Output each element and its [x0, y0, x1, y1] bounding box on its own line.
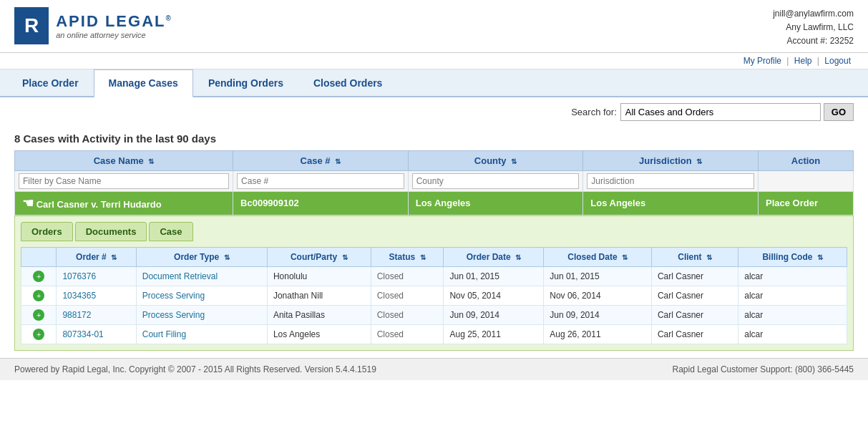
order-number-link[interactable]: 1034365 [62, 291, 96, 301]
sort-arrow-closed-date[interactable]: ⇅ [622, 253, 628, 261]
orders-col-closed-date[interactable]: Closed Date ⇅ [544, 247, 652, 266]
filter-case-name[interactable] [19, 173, 229, 189]
expand-icon[interactable]: + [33, 309, 44, 321]
etab-orders[interactable]: Orders [21, 222, 73, 241]
order-number[interactable]: 807334-01 [57, 324, 136, 344]
page-footer: Powered by Rapid Legal, Inc. Copyright ©… [0, 358, 868, 380]
user-info: jnill@anylawfirm.com Any Lawfirm, LLC Ac… [773, 7, 854, 49]
help-link[interactable]: Help [794, 56, 812, 66]
order-number[interactable]: 988172 [57, 305, 136, 324]
order-number-link[interactable]: 988172 [62, 310, 91, 320]
orders-col-client[interactable]: Client ⇅ [651, 247, 738, 266]
selected-case-number: Bc009909102 [233, 191, 409, 215]
search-input[interactable] [620, 103, 821, 121]
filter-county[interactable] [412, 173, 580, 189]
sort-arrow-order-date[interactable]: ⇅ [515, 253, 521, 261]
order-type: Process Serving [136, 286, 267, 305]
etab-documents[interactable]: Documents [75, 222, 147, 241]
filter-cell-action [759, 170, 854, 191]
order-type-link[interactable]: Process Serving [142, 310, 205, 320]
tab-closed-orders[interactable]: Closed Orders [298, 69, 397, 96]
expand-icon[interactable]: + [33, 271, 44, 282]
order-type: Court Filing [136, 324, 267, 344]
row-expand-btn[interactable]: + [21, 266, 57, 286]
filter-cell-number [233, 170, 409, 191]
order-status: Closed [371, 305, 444, 324]
order-date: Jun 01, 2015 [444, 266, 544, 286]
sort-arrow-billing[interactable]: ⇅ [817, 253, 823, 261]
order-date: Jun 09, 2014 [444, 305, 544, 324]
filter-case-number[interactable] [237, 173, 404, 189]
search-go-button[interactable]: GO [824, 103, 854, 121]
sort-arrow-jurisdiction[interactable]: ⇅ [696, 158, 702, 165]
sort-arrow-order-num[interactable]: ⇅ [111, 253, 117, 261]
sort-arrow-status[interactable]: ⇅ [420, 253, 426, 261]
footer-left: Powered by Rapid Legal, Inc. Copyright ©… [14, 364, 376, 374]
order-court: Los Angeles [267, 324, 371, 344]
cases-col-name[interactable]: Case Name ⇅ [15, 150, 233, 170]
orders-col-number[interactable]: Order # ⇅ [57, 247, 136, 266]
etab-case[interactable]: Case [149, 222, 192, 241]
orders-col-court[interactable]: Court/Party ⇅ [267, 247, 371, 266]
selected-case-action[interactable]: Place Order [759, 191, 854, 215]
col-action-label: Action [791, 155, 820, 166]
order-type-link[interactable]: Court Filing [142, 329, 186, 339]
order-type-link[interactable]: Document Retrieval [142, 271, 218, 281]
cases-filter-row [15, 170, 854, 191]
tab-place-order[interactable]: Place Order [7, 69, 94, 96]
sort-arrow-court[interactable]: ⇅ [342, 253, 348, 261]
row-expand-btn[interactable]: + [21, 305, 57, 324]
order-number[interactable]: 1034365 [57, 286, 136, 305]
order-court: Honolulu [267, 266, 371, 286]
orders-col-type[interactable]: Order Type ⇅ [136, 247, 267, 266]
order-billing-code: alcar [738, 266, 847, 286]
sort-arrow-order-type[interactable]: ⇅ [224, 253, 230, 261]
order-status: Closed [371, 286, 444, 305]
tab-manage-cases[interactable]: Manage Cases [94, 69, 193, 97]
table-row[interactable]: + 988172 Process Serving Anita Pasillas … [21, 305, 847, 324]
user-account: Account #: 23252 [773, 34, 854, 48]
sort-arrow-name[interactable]: ⇅ [148, 158, 154, 165]
expand-icon[interactable]: + [33, 290, 44, 301]
order-closed-date: Nov 06, 2014 [544, 286, 652, 305]
table-row[interactable]: + 807334-01 Court Filing Los Angeles Clo… [21, 324, 847, 344]
selected-case-name-text: Carl Casner v. Terri Hudardo [36, 199, 162, 210]
row-expand-btn[interactable]: + [21, 286, 57, 305]
table-row[interactable]: + 1034365 Process Serving Jonathan Nill … [21, 286, 847, 305]
my-profile-link[interactable]: My Profile [743, 56, 781, 66]
logo-text: APID LEGAL® an online attorney service [56, 12, 172, 39]
logout-link[interactable]: Logout [824, 56, 851, 66]
order-date: Aug 25, 2011 [444, 324, 544, 344]
selected-case-row[interactable]: ☚ Carl Casner v. Terri Hudardo Bc0099091… [15, 191, 854, 215]
orders-col-order-date[interactable]: Order Date ⇅ [444, 247, 544, 266]
activity-heading: 8 Cases with Activity in the last 90 day… [0, 127, 868, 150]
order-type-link[interactable]: Process Serving [142, 291, 205, 301]
place-order-link[interactable]: Place Order [766, 198, 818, 208]
col-county-label: County [474, 155, 507, 166]
order-client: Carl Casner [651, 266, 738, 286]
logo-brand: APID LEGAL® [56, 12, 172, 31]
cases-col-number[interactable]: Case # ⇅ [233, 150, 409, 170]
selected-case-jurisdiction: Los Angeles [583, 191, 759, 215]
order-status: Closed [371, 324, 444, 344]
selected-case-county: Los Angeles [408, 191, 583, 215]
row-expand-btn[interactable]: + [21, 324, 57, 344]
sort-arrow-number[interactable]: ⇅ [335, 158, 341, 165]
user-firm: Any Lawfirm, LLC [773, 21, 854, 34]
orders-col-status[interactable]: Status ⇅ [371, 247, 444, 266]
table-row[interactable]: + 1076376 Document Retrieval Honolulu Cl… [21, 266, 847, 286]
col-name-label: Case Name [94, 155, 144, 166]
filter-jurisdiction[interactable] [587, 173, 754, 189]
sort-arrow-client[interactable]: ⇅ [706, 253, 712, 261]
expand-icon[interactable]: + [33, 329, 44, 340]
order-number-link[interactable]: 1076376 [62, 271, 96, 281]
sort-arrow-county[interactable]: ⇅ [511, 158, 517, 165]
order-number[interactable]: 1076376 [57, 266, 136, 286]
orders-col-billing[interactable]: Billing Code ⇅ [738, 247, 847, 266]
order-court: Jonathan Nill [267, 286, 371, 305]
order-number-link[interactable]: 807334-01 [62, 329, 103, 339]
footer-right: Rapid Legal Customer Support: (800) 366-… [673, 364, 854, 374]
cases-col-county[interactable]: County ⇅ [408, 150, 583, 170]
tab-pending-orders[interactable]: Pending Orders [193, 69, 298, 96]
cases-col-jurisdiction[interactable]: Jurisdiction ⇅ [583, 150, 759, 170]
